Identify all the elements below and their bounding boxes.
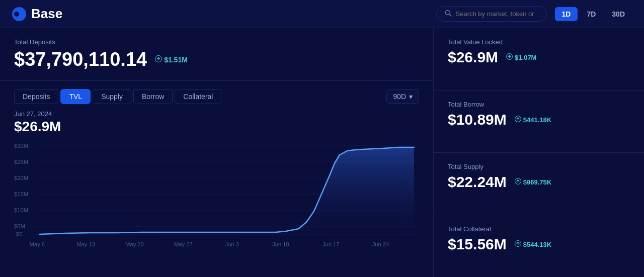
main-content: Total Deposits $37,790,110.14 $1.51M xyxy=(0,28,644,277)
svg-text:May 20: May 20 xyxy=(125,241,144,247)
collateral-change-value: $544.13K xyxy=(523,241,551,248)
chart-svg: $30M $25M $20M $15M $10M $5M $0 May 6 Ma… xyxy=(14,141,419,251)
svg-line-1 xyxy=(449,15,451,17)
metric-card-collateral: Total Collateral $15.56M $544.13K xyxy=(434,215,644,277)
collateral-label: Total Collateral xyxy=(448,225,630,233)
collateral-change-icon xyxy=(515,240,521,248)
tvl-value: $26.9M xyxy=(448,49,498,66)
svg-text:Jun 3: Jun 3 xyxy=(225,241,238,247)
metric-card-borrow: Total Borrow $10.89M $441.18K xyxy=(434,90,644,153)
borrow-value-row: $10.89M $441.18K xyxy=(448,111,630,128)
supply-value: $22.24M xyxy=(448,173,507,191)
borrow-label: Total Borrow xyxy=(448,101,630,108)
chart-tabs: Deposits TVL Supply Borrow Collateral xyxy=(14,89,221,104)
svg-text:May 6: May 6 xyxy=(30,241,45,247)
tab-deposits[interactable]: Deposits xyxy=(14,89,58,104)
svg-text:Jun 24: Jun 24 xyxy=(372,241,389,247)
collateral-change: $544.13K xyxy=(515,240,551,248)
app-title: Base xyxy=(31,6,62,22)
chevron-down-icon: ▾ xyxy=(409,93,413,101)
metric-card-supply: Total Supply $22.24M $969.75K xyxy=(434,153,644,215)
chart-current-value: $26.9M xyxy=(14,119,419,135)
svg-text:Jun 17: Jun 17 xyxy=(323,241,340,247)
search-icon xyxy=(445,10,452,18)
search-input[interactable] xyxy=(456,10,536,18)
right-panel: Total Value Locked $26.9M $1.07M Total B… xyxy=(434,28,644,277)
supply-change-value: $969.75K xyxy=(523,178,551,186)
chart-section: Deposits TVL Supply Borrow Collateral 90… xyxy=(0,81,433,253)
tvl-label: Total Value Locked xyxy=(448,38,630,46)
svg-text:Jun 10: Jun 10 xyxy=(272,241,289,247)
left-panel: Total Deposits $37,790,110.14 $1.51M xyxy=(0,28,434,277)
svg-text:$0: $0 xyxy=(16,231,22,237)
borrow-change: $441.18K xyxy=(515,116,551,124)
svg-text:$25M: $25M xyxy=(14,159,28,165)
time-period-buttons: 1D 7D 30D xyxy=(555,7,632,21)
borrow-change-icon xyxy=(515,116,521,124)
tab-tvl[interactable]: TVL xyxy=(60,89,91,104)
svg-text:$15M: $15M xyxy=(14,191,28,197)
total-deposits-change: $1.51M xyxy=(155,55,188,64)
total-deposits-label: Total Deposits xyxy=(14,38,188,46)
time-btn-1d[interactable]: 1D xyxy=(555,7,578,21)
tab-collateral[interactable]: Collateral xyxy=(175,89,221,104)
total-deposits-row: Total Deposits $37,790,110.14 $1.51M xyxy=(0,28,433,81)
time-btn-30d[interactable]: 30D xyxy=(605,7,632,21)
metric-card-tvl: Total Value Locked $26.9M $1.07M xyxy=(434,28,644,90)
time-btn-7d[interactable]: 7D xyxy=(580,7,603,21)
supply-value-row: $22.24M $969.75K xyxy=(448,173,630,191)
borrow-change-value: $441.18K xyxy=(523,116,551,124)
tab-supply[interactable]: Supply xyxy=(93,89,131,104)
deposits-change-value: $1.51M xyxy=(164,56,188,64)
supply-label: Total Supply xyxy=(448,163,630,170)
tvl-change: $1.07M xyxy=(506,53,536,61)
svg-text:$20M: $20M xyxy=(14,175,28,181)
chart-controls-row: Deposits TVL Supply Borrow Collateral 90… xyxy=(14,89,419,104)
header: Base 1D 7D 30D xyxy=(0,0,644,28)
supply-change-icon xyxy=(515,178,521,186)
borrow-value: $10.89M xyxy=(448,111,507,128)
logo-area: Base xyxy=(12,6,436,22)
chart-date: Jun 27, 2024 xyxy=(14,110,419,118)
tvl-change-icon xyxy=(506,53,513,61)
tvl-change-value: $1.07M xyxy=(515,54,536,61)
chart-container: $30M $25M $20M $15M $10M $5M $0 May 6 Ma… xyxy=(14,141,419,253)
svg-text:$5M: $5M xyxy=(14,223,25,229)
svg-text:May 27: May 27 xyxy=(174,241,193,247)
total-deposits-value: $37,790,110.14 xyxy=(14,49,147,70)
supply-change: $969.75K xyxy=(515,178,551,186)
tvl-value-row: $26.9M $1.07M xyxy=(448,49,630,66)
search-bar[interactable] xyxy=(436,6,547,22)
period-value: 90D xyxy=(393,93,406,101)
collateral-value-row: $15.56M $544.13K xyxy=(448,236,630,253)
collateral-value: $15.56M xyxy=(448,236,507,253)
svg-text:May 13: May 13 xyxy=(76,241,95,247)
logo-icon xyxy=(12,7,26,21)
deposits-change-icon xyxy=(155,55,162,64)
svg-text:$10M: $10M xyxy=(14,207,28,213)
tab-borrow[interactable]: Borrow xyxy=(133,89,173,104)
svg-text:$30M: $30M xyxy=(14,143,28,149)
period-selector[interactable]: 90D ▾ xyxy=(386,89,419,104)
